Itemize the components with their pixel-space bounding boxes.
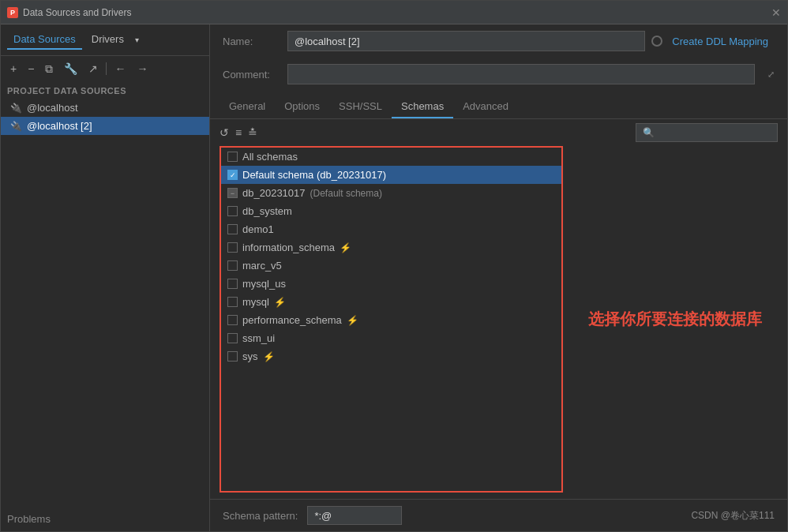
name-field-row: @localhost [2] xyxy=(287,31,662,51)
schema-item-all[interactable]: All schemas xyxy=(221,148,561,166)
schema-label-infoschema: information_schema xyxy=(242,242,335,253)
toolbar-separator xyxy=(106,62,107,75)
schema-checkbox-db20231017[interactable]: − xyxy=(227,188,238,198)
lock-icon-mysql: ⚡ xyxy=(274,297,286,308)
create-ddl-link[interactable]: Create DDL Mapping xyxy=(672,36,775,47)
tab-drivers[interactable]: Drivers xyxy=(85,30,130,50)
schema-list: All schemas ✓ Default schema (db_2023101… xyxy=(220,146,563,493)
left-tabs-row: Data Sources Drivers ▾ xyxy=(1,24,209,56)
tab-options[interactable]: Options xyxy=(275,96,329,118)
schema-checkbox-perfschema[interactable] xyxy=(227,315,238,325)
schema-label-dbsystem: db_system xyxy=(242,205,292,217)
lock-icon-perfschema: ⚡ xyxy=(347,315,358,326)
bottom-bar: Schema pattern: CSDN @卷心菜111 xyxy=(210,499,787,531)
schema-checkbox-infoschema[interactable] xyxy=(227,242,238,253)
problems-section[interactable]: Problems xyxy=(1,507,209,531)
right-panel: Name: @localhost [2] Create DDL Mapping … xyxy=(210,24,787,531)
schema-item-marcv5[interactable]: marc_v5 xyxy=(221,257,561,275)
name-row: Name: @localhost [2] Create DDL Mapping xyxy=(210,24,787,58)
schema-item-dbsystem[interactable]: db_system xyxy=(221,202,561,220)
left-toolbar: + − ⧉ 🔧 ↗ ← → xyxy=(1,56,209,81)
schema-item-demo1[interactable]: demo1 xyxy=(221,220,561,238)
back-button[interactable]: ← xyxy=(111,61,129,77)
schema-item-ssmui[interactable]: ssm_ui xyxy=(221,329,561,347)
comment-label: Comment: xyxy=(223,69,278,81)
left-panel: Data Sources Drivers ▾ + − ⧉ 🔧 ↗ ← → Pro… xyxy=(1,24,210,531)
expand-all-button[interactable]: ≛ xyxy=(248,126,257,139)
tab-data-sources[interactable]: Data Sources xyxy=(7,30,82,50)
schema-label-db20231017: db_20231017 xyxy=(242,187,306,199)
lock-icon-sys: ⚡ xyxy=(263,351,275,362)
schema-item-infoschema[interactable]: information_schema ⚡ xyxy=(221,238,561,257)
schema-pattern-input[interactable] xyxy=(307,506,402,525)
refresh-button[interactable]: ↺ xyxy=(220,126,229,139)
radio-button[interactable] xyxy=(651,36,662,47)
db-icon: 🔌 xyxy=(10,103,22,114)
schema-label-sys: sys xyxy=(242,350,258,362)
schema-checkbox-mysqlusers[interactable] xyxy=(227,279,238,289)
name-label: Name: xyxy=(223,36,278,47)
lock-icon-infoschema: ⚡ xyxy=(340,242,351,253)
annotation-text: 选择你所要连接的数据库 xyxy=(572,146,778,493)
add-button[interactable]: + xyxy=(7,61,20,77)
collapse-button[interactable]: ≡ xyxy=(235,126,242,139)
expand-icon[interactable]: ⤢ xyxy=(767,69,775,80)
schema-label-mysqlusers: mysql_us xyxy=(242,278,286,290)
schema-checkbox-marcv5[interactable] xyxy=(227,260,238,271)
schema-sub-db20231017: (Default schema) xyxy=(310,188,382,199)
title-bar: P Data Sources and Drivers ✕ xyxy=(1,1,787,24)
remove-button[interactable]: − xyxy=(24,61,37,77)
app-icon: P xyxy=(7,7,18,18)
schema-list-container: All schemas ✓ Default schema (db_2023101… xyxy=(210,146,787,499)
tab-advanced[interactable]: Advanced xyxy=(453,96,518,118)
schema-item-mysql[interactable]: mysql ⚡ xyxy=(221,293,561,311)
tab-general[interactable]: General xyxy=(220,96,275,118)
comment-row: Comment: ⤢ xyxy=(210,58,787,91)
panel-tabs: General Options SSH/SSL Schemas Advanced xyxy=(210,91,787,119)
copy-button[interactable]: ⧉ xyxy=(42,61,56,77)
content-area: Data Sources Drivers ▾ + − ⧉ 🔧 ↗ ← → Pro… xyxy=(1,24,787,531)
schema-checkbox-dbsystem[interactable] xyxy=(227,206,238,216)
schema-item-db20231017[interactable]: − db_20231017 (Default schema) xyxy=(221,184,561,202)
schema-item-sys[interactable]: sys ⚡ xyxy=(221,347,561,365)
tab-schemas[interactable]: Schemas xyxy=(392,96,453,118)
schema-checkbox-sys[interactable] xyxy=(227,351,238,362)
main-window: P Data Sources and Drivers ✕ Data Source… xyxy=(0,0,788,532)
tab-dropdown-icon[interactable]: ▾ xyxy=(135,36,139,44)
db-icon-2: 🔌 xyxy=(10,121,22,132)
schema-label-mysql: mysql xyxy=(242,296,269,308)
watermark: CSDN @卷心菜111 xyxy=(691,509,775,523)
schema-item-default[interactable]: ✓ Default schema (db_20231017) xyxy=(221,166,561,184)
schema-label-demo1: demo1 xyxy=(242,223,274,235)
comment-input[interactable] xyxy=(287,64,755,84)
schema-item-perfschema[interactable]: performance_schema ⚡ xyxy=(221,311,561,329)
window-title: Data Sources and Drivers xyxy=(23,7,131,18)
schema-checkbox-all[interactable] xyxy=(227,152,238,162)
schema-label-all: All schemas xyxy=(242,151,298,163)
schema-item-mysqlusers[interactable]: mysql_us xyxy=(221,275,561,293)
schema-checkbox-demo1[interactable] xyxy=(227,224,238,234)
title-bar-left: P Data Sources and Drivers xyxy=(7,7,131,18)
schema-search-input[interactable] xyxy=(636,123,778,142)
tree-item-localhost[interactable]: 🔌 @localhost xyxy=(1,99,209,117)
tree-item-localhost-2[interactable]: 🔌 @localhost [2] xyxy=(1,117,209,135)
close-button[interactable]: ✕ xyxy=(771,6,781,19)
tab-ssh-ssl[interactable]: SSH/SSL xyxy=(329,96,392,118)
schema-checkbox-default[interactable]: ✓ xyxy=(227,170,238,180)
tree-item-label-2: @localhost [2] xyxy=(27,120,92,132)
schema-label-marcv5: marc_v5 xyxy=(242,260,282,272)
name-value: @localhost [2] xyxy=(287,31,645,51)
schema-pattern-label: Schema pattern: xyxy=(223,510,298,522)
schema-checkbox-mysql[interactable] xyxy=(227,297,238,307)
config-button[interactable]: 🔧 xyxy=(61,61,81,77)
schema-label-perfschema: performance_schema xyxy=(242,314,342,326)
forward-button[interactable]: → xyxy=(133,61,151,77)
schema-panel: ↺ ≡ ≛ All schemas ✓ xyxy=(210,119,787,499)
schema-toolbar: ↺ ≡ ≛ xyxy=(210,119,787,146)
schema-label-default: Default schema (db_20231017) xyxy=(242,169,386,181)
schema-checkbox-ssmui[interactable] xyxy=(227,333,238,343)
project-data-sources-label: Project Data Sources xyxy=(1,81,209,99)
schema-label-ssmui: ssm_ui xyxy=(242,332,275,344)
tree-item-label: @localhost xyxy=(27,102,78,114)
export-button[interactable]: ↗ xyxy=(85,61,101,77)
